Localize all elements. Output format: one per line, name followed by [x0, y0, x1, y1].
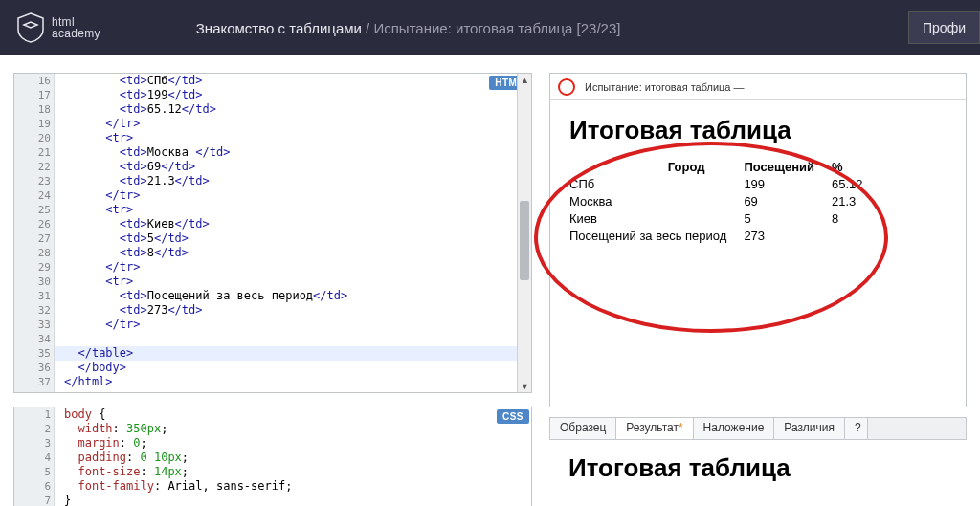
th-city: Город — [569, 159, 744, 176]
code-line[interactable]: 32 <td>273</td> — [55, 303, 531, 318]
code-line[interactable]: 20 <tr> — [55, 131, 531, 145]
browser-urlbar: Испытание: итоговая таблица — — [550, 74, 966, 100]
table-row: Москва6921.3 — [569, 193, 880, 210]
code-line[interactable]: 33 </tr> — [55, 318, 531, 332]
scroll-down-icon[interactable]: ▼ — [521, 382, 529, 390]
code-line[interactable]: 29 </tr> — [55, 260, 531, 275]
code-line[interactable]: 31 <td>Посещений за весь период</td> — [55, 289, 531, 303]
result-table: Город Посещений % СПб19965.12Москва6921.… — [569, 159, 880, 245]
breadcrumb: Знакомство с таблицами / Испытание: итог… — [196, 20, 621, 36]
tab-diff[interactable]: Различия — [774, 418, 845, 439]
page-title-tab: Испытание: итоговая таблица — — [585, 81, 745, 93]
code-line[interactable]: 34 — [55, 332, 531, 346]
code-line[interactable]: 18 <td>65.12</td> — [55, 102, 531, 117]
tab-help[interactable]: ? — [845, 418, 868, 439]
breadcrumb-task: Испытание: итоговая таблица [23/23] — [373, 20, 620, 36]
code-line[interactable]: 25 <tr> — [55, 203, 531, 217]
code-line[interactable]: 36 </body> — [55, 361, 531, 375]
code-line[interactable]: 28 <td>8</td> — [55, 246, 531, 260]
tab-result[interactable]: Результат* — [616, 418, 693, 439]
code-line[interactable]: 17 <td>199</td> — [55, 88, 531, 102]
css-editor[interactable]: CSS 1body {2 width: 350px;3 margin: 0;4 … — [13, 407, 532, 506]
code-line[interactable]: 22 <td>69</td> — [55, 160, 531, 174]
code-line[interactable]: 37</html> — [55, 375, 531, 389]
scrollbar[interactable]: ▲ ▼ — [517, 74, 531, 392]
breadcrumb-course[interactable]: Знакомство с таблицами — [196, 20, 362, 36]
modified-star-icon: * — [679, 421, 683, 434]
code-line[interactable]: 7} — [55, 494, 531, 506]
scroll-up-icon[interactable]: ▲ — [521, 76, 529, 84]
th-percent: % — [832, 159, 880, 176]
code-line[interactable]: 3 margin: 0; — [55, 436, 531, 451]
profile-button[interactable]: Профи — [908, 11, 980, 44]
html-editor[interactable]: HTML 16 <td>СПб</td>17 <td>199</td>18 <t… — [13, 73, 532, 393]
table-row: Киев58 — [569, 210, 880, 228]
scroll-thumb[interactable] — [520, 201, 529, 280]
code-line[interactable]: 5 font-size: 14px; — [55, 465, 531, 479]
logo[interactable]: html academy — [17, 12, 100, 43]
code-line[interactable]: 35 </table> — [55, 346, 531, 361]
footer-value: 273 — [744, 228, 832, 245]
code-line[interactable]: 4 padding: 0 10px; — [55, 451, 531, 465]
th-visits: Посещений — [744, 159, 832, 176]
code-line[interactable]: 27 <td>5</td> — [55, 231, 531, 246]
code-line[interactable]: 1body { — [55, 407, 531, 422]
tab-template[interactable]: Образец — [550, 418, 616, 439]
template-heading: Итоговая таблица — [568, 453, 967, 483]
code-line[interactable]: 2 width: 350px; — [55, 422, 531, 436]
table-row: СПб19965.12 — [569, 176, 880, 193]
preview-browser: Испытание: итоговая таблица — Итоговая т… — [549, 73, 967, 407]
code-line[interactable]: 21 <td>Москва </td> — [55, 145, 531, 160]
opera-icon — [558, 78, 575, 96]
app-header: html academy Знакомство с таблицами / Ис… — [0, 0, 980, 55]
code-line[interactable]: 6 font-family: Arial, sans-serif; — [55, 479, 531, 494]
tab-overlay[interactable]: Наложение — [694, 418, 775, 439]
preview-tabs: Образец Результат* Наложение Различия ? — [549, 417, 967, 440]
footer-label: Посещений за весь период — [569, 228, 744, 245]
shield-icon — [17, 12, 44, 43]
code-line[interactable]: 19 </tr> — [55, 117, 531, 131]
code-line[interactable]: 30 <tr> — [55, 275, 531, 289]
code-line[interactable]: 23 <td>21.3</td> — [55, 174, 531, 188]
code-line[interactable]: 16 <td>СПб</td> — [55, 74, 531, 88]
code-line[interactable]: 26 <td>Киев</td> — [55, 217, 531, 231]
logo-text-bottom: academy — [52, 28, 100, 39]
page-heading: Итоговая таблица — [569, 116, 947, 145]
code-line[interactable]: 24 </tr> — [55, 188, 531, 203]
